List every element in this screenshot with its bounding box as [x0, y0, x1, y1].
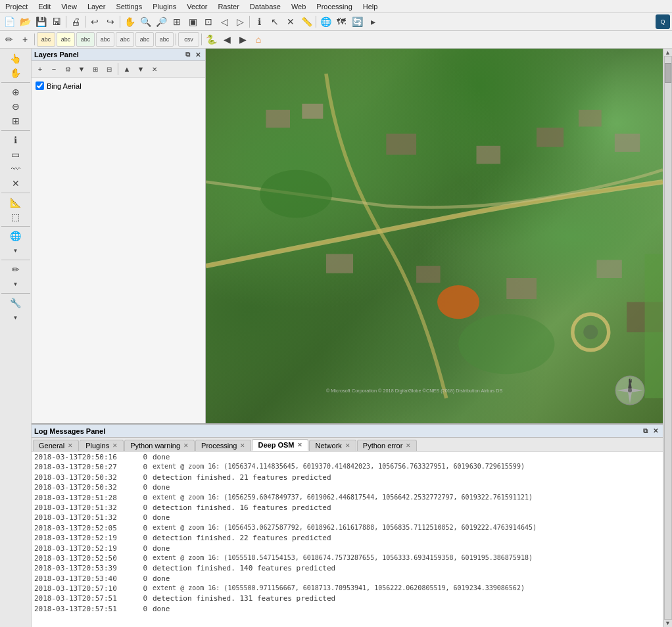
menu-vector[interactable]: Vector — [181, 1, 212, 12]
scroll-thumb[interactable] — [665, 63, 671, 83]
zoom-out-button[interactable]: 🔎 — [154, 14, 168, 29]
save-as-button[interactable]: 🖫 — [49, 14, 64, 29]
zoom-next-button[interactable]: ▷ — [233, 14, 247, 29]
label-tool-3[interactable]: abc — [76, 32, 95, 47]
print-button[interactable]: 🖨 — [68, 14, 83, 29]
layers-expand-tool[interactable]: ▼ — [9, 244, 22, 257]
select-button[interactable]: ↖ — [268, 14, 282, 29]
log-panel-close-button[interactable]: ✕ — [651, 427, 660, 436]
label-tool-2[interactable]: abc — [57, 32, 75, 47]
log-content[interactable]: 2018-03-13T20:50:160done2018-03-13T20:50… — [32, 452, 663, 627]
layer-bing-aerial[interactable]: Bing Aerial — [34, 80, 203, 91]
edit-toggle-button[interactable]: ✏ — [2, 32, 16, 47]
save-project-button[interactable]: 💾 — [34, 14, 48, 29]
select-freehand-tool[interactable]: 〰 — [9, 162, 22, 175]
scroll-track[interactable] — [664, 56, 672, 620]
menu-web[interactable]: Web — [286, 1, 311, 12]
add-feature-button[interactable]: + — [18, 32, 32, 47]
tab-python-warning[interactable]: Python warning ✕ — [124, 440, 195, 451]
menu-project[interactable]: Project — [0, 1, 33, 12]
undo-button[interactable]: ↩ — [87, 14, 102, 29]
zoom-last-button[interactable]: ◁ — [217, 14, 231, 29]
menu-help[interactable]: Help — [358, 1, 383, 12]
identify-map-tool[interactable]: ℹ — [9, 133, 22, 147]
deselect-button[interactable]: ✕ — [283, 14, 298, 29]
scroll-down-arrow[interactable]: ▼ — [665, 620, 671, 626]
measure-line-tool[interactable]: 📐 — [9, 196, 22, 209]
open-layer-properties-button[interactable]: ⚙ — [62, 63, 74, 75]
zoom-full-button[interactable]: ⊞ — [170, 14, 184, 29]
label-tool-6[interactable]: abc — [135, 32, 154, 47]
zoom-layer-button[interactable]: ▣ — [185, 14, 200, 29]
measure-button[interactable]: 📏 — [299, 14, 314, 29]
layers-panel-float-button[interactable]: ⧉ — [183, 50, 192, 59]
tab-python-error-close[interactable]: ✕ — [406, 442, 411, 449]
plugin-tool-1[interactable]: 🔧 — [9, 296, 22, 310]
menu-raster[interactable]: Raster — [212, 1, 244, 12]
add-wfs-button[interactable]: 🗺 — [334, 14, 348, 29]
tab-deep-osm-close[interactable]: ✕ — [297, 442, 302, 448]
tab-processing[interactable]: Processing ✕ — [195, 440, 251, 451]
layer-bing-aerial-checkbox[interactable] — [36, 81, 44, 90]
map-area[interactable]: © Microsoft Corporation © 2018 DigitalGl… — [206, 49, 663, 423]
python-button[interactable]: 🐍 — [204, 32, 218, 47]
layers-globe-tool[interactable]: 🌐 — [9, 229, 22, 243]
collapse-all-button[interactable]: ⊟ — [103, 63, 115, 75]
zoom-in-button[interactable]: 🔍 — [138, 14, 153, 29]
log-panel-float-button[interactable]: ⧉ — [640, 427, 650, 436]
home-button[interactable]: ⌂ — [251, 32, 266, 47]
more-tools-button[interactable]: ▸ — [366, 14, 380, 29]
move-layer-down-button[interactable]: ▼ — [135, 63, 147, 75]
deselect-all-tool[interactable]: ✕ — [9, 177, 22, 190]
menu-plugins[interactable]: Plugins — [147, 1, 181, 12]
open-project-button[interactable]: 📂 — [18, 14, 32, 29]
menu-edit[interactable]: Edit — [33, 1, 56, 12]
menu-database[interactable]: Database — [245, 1, 286, 12]
plugin-tool-expand[interactable]: ▼ — [9, 311, 22, 324]
zoom-in-map-tool[interactable]: ⊕ — [9, 85, 22, 99]
menu-processing[interactable]: Processing — [311, 1, 357, 12]
touch-tool[interactable]: 👆 — [9, 52, 22, 65]
label-tool-1[interactable]: abc — [37, 32, 55, 47]
expand-all-button[interactable]: ⊞ — [89, 63, 101, 75]
zoom-out-map-tool[interactable]: ⊖ — [9, 100, 22, 113]
advanced-digitize-tool[interactable]: ▼ — [9, 277, 22, 290]
tab-network-close[interactable]: ✕ — [345, 442, 350, 449]
label-tool-4[interactable]: abc — [96, 32, 114, 47]
tab-plugins-close[interactable]: ✕ — [112, 442, 118, 449]
add-wms-button[interactable]: 🌐 — [318, 14, 333, 29]
menu-view[interactable]: View — [56, 1, 82, 12]
pan-button[interactable]: ✋ — [122, 14, 137, 29]
remove-layer-button[interactable]: − — [48, 63, 60, 75]
tab-python-error[interactable]: Python error ✕ — [357, 440, 418, 451]
label-tool-7[interactable]: abc — [155, 32, 174, 47]
hand-tool[interactable]: ✋ — [9, 66, 22, 80]
move-layer-up-button[interactable]: ▲ — [121, 63, 133, 75]
redo-button[interactable]: ↪ — [103, 14, 118, 29]
tab-general-close[interactable]: ✕ — [68, 442, 73, 449]
back-button[interactable]: ◀ — [220, 32, 234, 47]
label-tool-5[interactable]: abc — [116, 32, 134, 47]
scroll-up-arrow[interactable]: ▲ — [665, 49, 671, 56]
tab-processing-close[interactable]: ✕ — [240, 442, 245, 449]
menu-layer[interactable]: Layer — [82, 1, 111, 12]
tab-python-warning-close[interactable]: ✕ — [183, 442, 189, 449]
identify-button[interactable]: ℹ — [252, 14, 266, 29]
new-project-button[interactable]: 📄 — [2, 14, 16, 29]
tab-plugins[interactable]: Plugins ✕ — [80, 440, 124, 451]
tab-deep-osm[interactable]: Deep OSM ✕ — [252, 439, 308, 451]
digitize-tool[interactable]: ✏ — [9, 263, 22, 276]
tab-network[interactable]: Network ✕ — [309, 440, 356, 451]
zoom-selection-button[interactable]: ⊡ — [201, 14, 216, 29]
zoom-box-tool[interactable]: ⊞ — [9, 114, 22, 128]
select-rect-tool[interactable]: ▭ — [9, 148, 22, 161]
refresh-button[interactable]: 🔄 — [350, 14, 364, 29]
forward-button[interactable]: ▶ — [235, 32, 250, 47]
measure-area-tool[interactable]: ⬚ — [9, 210, 22, 223]
remove-layer-2-button[interactable]: ✕ — [149, 63, 160, 75]
tab-general[interactable]: General ✕ — [33, 440, 79, 451]
layers-panel-close-button[interactable]: ✕ — [193, 50, 203, 59]
filter-layer-button[interactable]: ▼ — [76, 63, 87, 75]
csv-button[interactable]: csv — [178, 32, 199, 47]
menu-settings[interactable]: Settings — [110, 1, 147, 12]
